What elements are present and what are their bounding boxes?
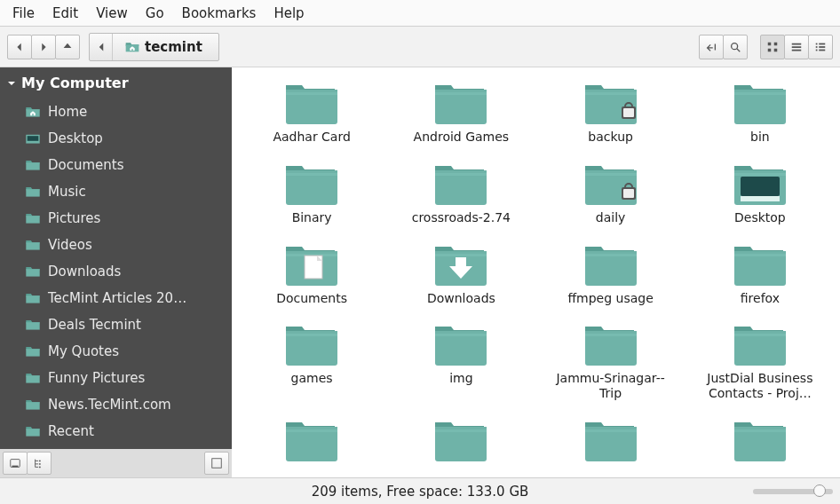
file-item-12[interactable]: games bbox=[241, 321, 383, 401]
file-label: bin bbox=[750, 130, 770, 145]
compact-view-button[interactable] bbox=[808, 35, 833, 59]
sidebar-item-11[interactable]: News.TecMint.com bbox=[0, 391, 232, 418]
sidebar-item-12[interactable]: Recent bbox=[0, 418, 232, 445]
file-view[interactable]: Aadhar Card Android Games backup bin Bin… bbox=[232, 67, 840, 477]
sidebar-item-2[interactable]: Documents bbox=[0, 152, 232, 178]
folder-icon bbox=[582, 161, 639, 207]
folder-icon bbox=[732, 417, 788, 463]
menu-bookmarks[interactable]: Bookmarks bbox=[175, 3, 264, 24]
up-button[interactable] bbox=[55, 35, 80, 59]
search-button[interactable] bbox=[723, 35, 748, 59]
file-item-1[interactable]: Android Games bbox=[390, 80, 532, 145]
file-label: Android Games bbox=[414, 130, 510, 145]
tool-buttons bbox=[699, 35, 748, 59]
file-item-18[interactable] bbox=[540, 417, 682, 467]
sidebar-item-7[interactable]: TecMint Articles 20… bbox=[0, 285, 232, 311]
file-item-13[interactable]: img bbox=[390, 321, 532, 401]
folder-icon bbox=[432, 417, 489, 463]
forward-button[interactable] bbox=[31, 35, 56, 59]
sidebar-item-label: Recent bbox=[48, 423, 94, 439]
sidebar-item-label: Deals Tecmint bbox=[48, 317, 141, 333]
file-item-11[interactable]: firefox bbox=[689, 241, 831, 306]
file-item-6[interactable]: daily bbox=[540, 161, 682, 225]
sidebar-item-label: Music bbox=[48, 184, 86, 200]
file-item-15[interactable]: JustDial Business Contacts - Proj… bbox=[689, 321, 831, 401]
sidebar-item-label: Home bbox=[48, 104, 87, 120]
file-item-14[interactable]: Jammu-Srinagar--Trip bbox=[540, 321, 682, 401]
svg-rect-9 bbox=[816, 49, 818, 51]
menu-file[interactable]: File bbox=[5, 3, 42, 24]
sidebar-item-9[interactable]: My Quotes bbox=[0, 338, 232, 365]
file-item-8[interactable]: Documents bbox=[241, 241, 383, 306]
file-item-0[interactable]: Aadhar Card bbox=[241, 80, 383, 145]
svg-rect-25 bbox=[741, 196, 780, 201]
file-item-16[interactable] bbox=[241, 417, 383, 467]
file-label: Desktop bbox=[734, 210, 786, 225]
zoom-slider[interactable] bbox=[753, 489, 833, 494]
icon-view-button[interactable] bbox=[760, 35, 785, 59]
sidebar-item-label: News.TecMint.com bbox=[48, 397, 171, 413]
close-sidebar-button[interactable] bbox=[204, 452, 229, 475]
sidebar-item-label: Funny Pictures bbox=[48, 370, 145, 386]
menu-go[interactable]: Go bbox=[139, 3, 171, 24]
file-label: Binary bbox=[292, 210, 332, 225]
svg-point-14 bbox=[39, 461, 41, 462]
folder-icon bbox=[432, 161, 489, 207]
file-label: Jammu-Srinagar--Trip bbox=[549, 371, 673, 401]
svg-rect-8 bbox=[819, 46, 825, 48]
file-item-17[interactable] bbox=[390, 417, 532, 467]
folder-icon bbox=[582, 321, 639, 367]
sidebar-bottom-bar bbox=[0, 449, 232, 477]
svg-rect-10 bbox=[819, 49, 825, 51]
folder-icon bbox=[582, 80, 639, 126]
list-view-button[interactable] bbox=[784, 35, 809, 59]
sidebar-item-0[interactable]: Home bbox=[0, 98, 232, 125]
file-item-19[interactable] bbox=[689, 417, 831, 467]
folder-icon bbox=[283, 417, 340, 463]
places-view-button[interactable] bbox=[3, 452, 28, 475]
svg-rect-20 bbox=[623, 108, 634, 117]
sidebar-item-label: Downloads bbox=[48, 264, 121, 280]
file-label: ffmpeg usage bbox=[567, 291, 653, 306]
file-item-5[interactable]: crossroads-2.74 bbox=[390, 161, 532, 225]
zoom-slider-knob[interactable] bbox=[813, 484, 826, 497]
sidebar-item-1[interactable]: Desktop bbox=[0, 125, 232, 152]
folder-icon bbox=[582, 417, 639, 463]
tree-view-button[interactable] bbox=[27, 452, 52, 475]
menubar: File Edit View Go Bookmarks Help bbox=[0, 0, 840, 27]
sidebar-item-10[interactable]: Funny Pictures bbox=[0, 365, 232, 391]
path-prev-button[interactable] bbox=[90, 34, 113, 60]
file-item-7[interactable]: Desktop bbox=[689, 161, 831, 225]
menu-view[interactable]: View bbox=[89, 3, 135, 24]
file-item-2[interactable]: backup bbox=[540, 80, 682, 145]
toggle-path-entry-button[interactable] bbox=[699, 35, 724, 59]
file-item-3[interactable]: bin bbox=[689, 80, 831, 145]
sidebar-item-6[interactable]: Downloads bbox=[0, 258, 232, 285]
file-item-9[interactable]: Downloads bbox=[390, 241, 532, 306]
file-item-10[interactable]: ffmpeg usage bbox=[540, 241, 682, 306]
path-crumb-home[interactable]: tecmint bbox=[118, 39, 210, 55]
menu-help[interactable]: Help bbox=[266, 3, 311, 24]
folder-icon bbox=[432, 80, 489, 126]
sidebar-item-8[interactable]: Deals Tecmint bbox=[0, 311, 232, 338]
svg-point-0 bbox=[732, 43, 738, 49]
sidebar-section-label: My Computer bbox=[21, 75, 129, 91]
home-folder-icon bbox=[125, 41, 139, 53]
toolbar: tecmint bbox=[0, 27, 840, 67]
path-crumb-label: tecmint bbox=[145, 39, 202, 55]
svg-rect-23 bbox=[623, 189, 634, 198]
sidebar-item-5[interactable]: Videos bbox=[0, 232, 232, 258]
file-label: firefox bbox=[741, 291, 780, 306]
sidebar-item-4[interactable]: Pictures bbox=[0, 205, 232, 232]
file-item-4[interactable]: Binary bbox=[241, 161, 383, 225]
folder-icon bbox=[432, 241, 489, 287]
folder-icon bbox=[283, 321, 340, 367]
menu-edit[interactable]: Edit bbox=[45, 3, 85, 24]
folder-icon bbox=[732, 80, 788, 126]
chevron-down-icon bbox=[7, 79, 16, 88]
svg-rect-24 bbox=[741, 177, 780, 196]
back-button[interactable] bbox=[7, 35, 32, 59]
svg-point-16 bbox=[39, 467, 41, 469]
sidebar-item-3[interactable]: Music bbox=[0, 178, 232, 205]
sidebar-section-my-computer[interactable]: My Computer bbox=[0, 67, 232, 98]
